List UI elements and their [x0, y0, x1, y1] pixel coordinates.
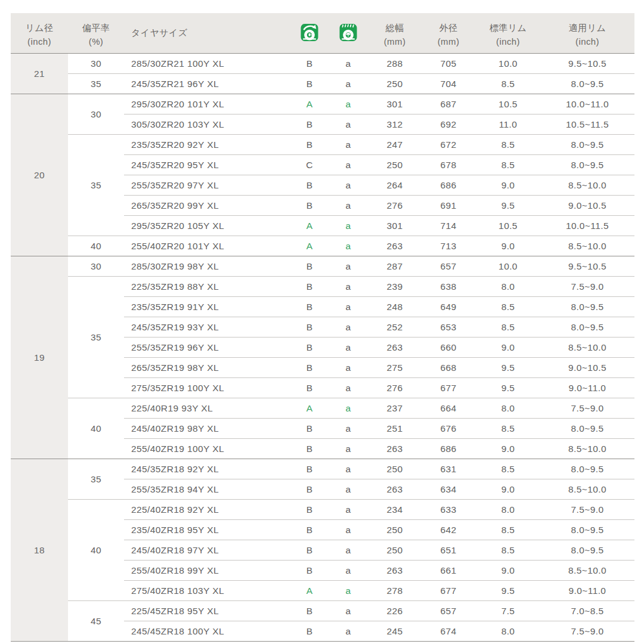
total-width-cell: 245	[369, 621, 421, 642]
outer-diameter-cell: 704	[421, 74, 476, 94]
fuel-efficiency-grade: B	[291, 358, 328, 378]
rim-diameter-cell: 18	[11, 459, 68, 642]
outer-diameter-cell: 642	[421, 520, 476, 540]
total-width-cell: 234	[369, 500, 421, 520]
wet-grip-grade: a	[328, 317, 369, 338]
fuel-efficiency-grade: B	[291, 297, 328, 317]
tire-size-cell: 275/40ZR18 103Y XL	[124, 581, 291, 601]
column-header-range: 適用リム(inch)	[540, 13, 634, 54]
fuel-efficiency-icon	[291, 13, 328, 54]
wet-grip-grade: a	[328, 398, 369, 419]
outer-diameter-cell: 678	[421, 155, 476, 175]
tire-spec-page: リム径(inch)偏平率(%)タイヤサイズ総幅(mm)外径(mm)標準リム(in…	[11, 13, 634, 642]
total-width-cell: 239	[369, 277, 421, 297]
standard-rim-cell: 8.0	[476, 500, 540, 520]
standard-rim-cell: 9.5	[476, 378, 540, 398]
fuel-efficiency-grade: B	[291, 175, 328, 196]
total-width-cell: 250	[369, 520, 421, 540]
outer-diameter-cell: 660	[421, 338, 476, 358]
wet-grip-grade: a	[328, 561, 369, 581]
applicable-rim-cell: 7.5~9.0	[540, 500, 634, 520]
total-width-cell: 237	[369, 398, 421, 419]
standard-rim-cell: 8.5	[476, 419, 540, 439]
standard-rim-cell: 9.5	[476, 581, 540, 601]
column-header-width: 総幅(mm)	[369, 13, 421, 54]
standard-rim-cell: 7.5	[476, 601, 540, 621]
wet-grip-grade: a	[328, 297, 369, 317]
wet-grip-grade: a	[328, 358, 369, 378]
aspect-ratio-cell: 30	[68, 54, 124, 74]
fuel-efficiency-grade: B	[291, 196, 328, 216]
fuel-efficiency-grade: B	[291, 74, 328, 94]
applicable-rim-cell: 8.5~10.0	[540, 175, 634, 196]
fuel-efficiency-grade: C	[291, 155, 328, 175]
wet-grip-grade: a	[328, 94, 369, 114]
outer-diameter-cell: 664	[421, 398, 476, 419]
applicable-rim-cell: 8.0~9.5	[540, 74, 634, 94]
tire-size-cell: 225/40R19 93Y XL	[124, 398, 291, 419]
tire-size-cell: 235/35ZR20 92Y XL	[124, 135, 291, 155]
wet-grip-grade: a	[328, 439, 369, 459]
fuel-efficiency-grade: A	[291, 94, 328, 114]
outer-diameter-cell: 653	[421, 317, 476, 338]
wet-grip-grade: a	[328, 378, 369, 398]
wet-grip-grade: a	[328, 277, 369, 297]
aspect-ratio-cell: 40	[68, 500, 124, 601]
applicable-rim-cell: 8.0~9.5	[540, 459, 634, 479]
header-label: 外径	[421, 20, 476, 37]
fuel-efficiency-grade: A	[291, 581, 328, 601]
applicable-rim-cell: 8.0~9.5	[540, 520, 634, 540]
outer-diameter-cell: 674	[421, 621, 476, 642]
wet-grip-grade: a	[328, 196, 369, 216]
outer-diameter-cell: 657	[421, 601, 476, 621]
wet-grip-grade: a	[328, 74, 369, 94]
outer-diameter-cell: 638	[421, 277, 476, 297]
tire-size-cell: 265/35ZR19 98Y XL	[124, 358, 291, 378]
wet-grip-grade: a	[328, 155, 369, 175]
fuel-efficiency-grade: B	[291, 561, 328, 581]
standard-rim-cell: 10.5	[476, 216, 540, 236]
wet-grip-grade: a	[328, 175, 369, 196]
aspect-ratio-cell: 35	[68, 74, 124, 94]
table-row: 35245/35ZR21 96Y XLBa2507048.58.0~9.5	[11, 74, 634, 94]
header-unit: (%)	[68, 37, 124, 47]
fuel-efficiency-grade: B	[291, 378, 328, 398]
fuel-efficiency-grade: B	[291, 419, 328, 439]
standard-rim-cell: 9.5	[476, 358, 540, 378]
fuel-efficiency-grade: B	[291, 54, 328, 74]
applicable-rim-cell: 8.5~10.0	[540, 338, 634, 358]
standard-rim-cell: 8.0	[476, 398, 540, 419]
table-row: 2130285/30ZR21 100Y XLBa28870510.09.5~10…	[11, 54, 634, 74]
total-width-cell: 278	[369, 581, 421, 601]
column-header-std: 標準リム(inch)	[476, 13, 540, 54]
tire-size-cell: 285/30ZR21 100Y XL	[124, 54, 291, 74]
standard-rim-cell: 9.0	[476, 479, 540, 500]
total-width-cell: 263	[369, 479, 421, 500]
fuel-efficiency-grade: B	[291, 520, 328, 540]
applicable-rim-cell: 8.5~10.0	[540, 439, 634, 459]
applicable-rim-cell: 9.0~10.5	[540, 358, 634, 378]
aspect-ratio-cell: 40	[68, 236, 124, 256]
fuel-efficiency-grade: B	[291, 338, 328, 358]
total-width-cell: 226	[369, 601, 421, 621]
header-unit: (inch)	[476, 37, 540, 47]
standard-rim-cell: 9.0	[476, 338, 540, 358]
total-width-cell: 263	[369, 338, 421, 358]
total-width-cell: 301	[369, 216, 421, 236]
wet-grip-grade: a	[328, 419, 369, 439]
header-unit: (mm)	[421, 37, 476, 47]
standard-rim-cell: 8.5	[476, 74, 540, 94]
applicable-rim-cell: 9.5~10.5	[540, 256, 634, 277]
wet-grip-grade: a	[328, 479, 369, 500]
wet-grip-grade: a	[328, 135, 369, 155]
total-width-cell: 312	[369, 114, 421, 135]
wet-grip-grade: a	[328, 114, 369, 135]
tire-size-cell: 295/30ZR20 101Y XL	[124, 94, 291, 114]
outer-diameter-cell: 649	[421, 297, 476, 317]
fuel-efficiency-grade: B	[291, 459, 328, 479]
wet-grip-grade: a	[328, 216, 369, 236]
tire-size-cell: 295/35ZR20 105Y XL	[124, 216, 291, 236]
fuel-efficiency-grade: B	[291, 540, 328, 561]
applicable-rim-cell: 10.0~11.5	[540, 216, 634, 236]
total-width-cell: 248	[369, 297, 421, 317]
